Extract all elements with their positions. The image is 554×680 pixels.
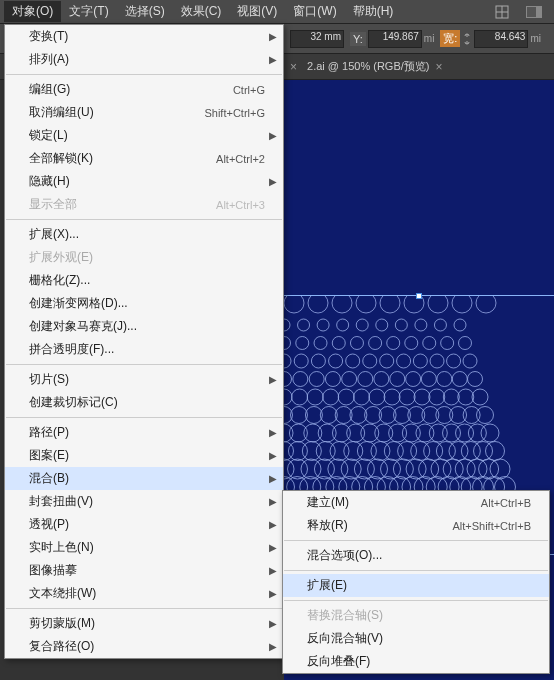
tab-close-2[interactable]: × [435, 60, 442, 74]
menuitem-label: 显示全部 [29, 196, 77, 213]
menuitem-label: 混合选项(O)... [307, 547, 382, 564]
blend-menu-item-7: 替换混合轴(S) [283, 604, 549, 627]
object-menu-item-3[interactable]: 编组(G)Ctrl+G [5, 78, 283, 101]
menu-type[interactable]: 文字(T) [61, 1, 116, 22]
object-menu-separator [6, 417, 282, 418]
object-menu-item-8: 显示全部Alt+Ctrl+3 [5, 193, 283, 216]
object-menu-item-14[interactable]: 创建对象马赛克(J)... [5, 315, 283, 338]
menuitem-shortcut: Ctrl+G [233, 84, 265, 96]
chevron-right-icon: ▶ [269, 542, 277, 553]
menuitem-label: 创建对象马赛克(J)... [29, 318, 137, 335]
menuitem-label: 替换混合轴(S) [307, 607, 383, 624]
blend-submenu: 建立(M)Alt+Ctrl+B释放(R)Alt+Shift+Ctrl+B混合选项… [282, 490, 550, 674]
object-menu-item-21[interactable]: 图案(E)▶ [5, 444, 283, 467]
y-unit: mi [424, 33, 435, 44]
menu-effect[interactable]: 效果(C) [173, 1, 230, 22]
object-menu-item-4[interactable]: 取消编组(U)Shift+Ctrl+G [5, 101, 283, 124]
menubar: 对象(O) 文字(T) 选择(S) 效果(C) 视图(V) 窗口(W) 帮助(H… [0, 0, 554, 24]
object-menu-separator [6, 219, 282, 220]
y-input[interactable]: 149.867 [368, 30, 422, 48]
object-menu-dropdown: 变换(T)▶排列(A)▶编组(G)Ctrl+G取消编组(U)Shift+Ctrl… [4, 24, 284, 659]
chevron-right-icon: ▶ [269, 519, 277, 530]
blend-menu-item-3[interactable]: 混合选项(O)... [283, 544, 549, 567]
object-menu-item-0[interactable]: 变换(T)▶ [5, 25, 283, 48]
blend-menu-item-9[interactable]: 反向堆叠(F) [283, 650, 549, 673]
document-tab[interactable]: 2.ai @ 150% (RGB/预览) × [297, 56, 452, 77]
menuitem-shortcut: Alt+Ctrl+3 [216, 199, 265, 211]
chevron-right-icon: ▶ [269, 588, 277, 599]
object-menu-item-30[interactable]: 复合路径(O)▶ [5, 635, 283, 658]
object-menu-item-5[interactable]: 锁定(L)▶ [5, 124, 283, 147]
object-menu-item-25[interactable]: 实时上色(N)▶ [5, 536, 283, 559]
object-menu-item-23[interactable]: 封套扭曲(V)▶ [5, 490, 283, 513]
layout-icon[interactable] [524, 3, 544, 21]
menuitem-label: 扩展外观(E) [29, 249, 93, 266]
chevron-right-icon: ▶ [269, 473, 277, 484]
chevron-right-icon: ▶ [269, 565, 277, 576]
object-menu-item-10[interactable]: 扩展(X)... [5, 223, 283, 246]
blend-menu-item-5[interactable]: 扩展(E) [283, 574, 549, 597]
chevron-right-icon: ▶ [269, 31, 277, 42]
object-menu-item-12[interactable]: 栅格化(Z)... [5, 269, 283, 292]
menu-object[interactable]: 对象(O) [4, 1, 61, 22]
menuitem-shortcut: Shift+Ctrl+G [204, 107, 265, 119]
svg-rect-4 [527, 7, 536, 17]
w-input[interactable]: 84.643 [474, 30, 528, 48]
object-menu-item-1[interactable]: 排列(A)▶ [5, 48, 283, 71]
menuitem-label: 实时上色(N) [29, 539, 94, 556]
menuitem-label: 拼合透明度(F)... [29, 341, 114, 358]
menu-help[interactable]: 帮助(H) [345, 1, 402, 22]
menuitem-label: 反向混合轴(V) [307, 630, 383, 647]
menuitem-label: 图案(E) [29, 447, 69, 464]
tab-close[interactable]: × [290, 60, 297, 74]
menu-select[interactable]: 选择(S) [117, 1, 173, 22]
object-menu-item-27[interactable]: 文本绕排(W)▶ [5, 582, 283, 605]
chevron-right-icon: ▶ [269, 427, 277, 438]
menuitem-label: 图像描摹 [29, 562, 77, 579]
chevron-right-icon: ▶ [269, 54, 277, 65]
menuitem-label: 隐藏(H) [29, 173, 70, 190]
object-menu-item-20[interactable]: 路径(P)▶ [5, 421, 283, 444]
w-label: 宽: [440, 30, 460, 47]
object-menu-item-22[interactable]: 混合(B)▶ [5, 467, 283, 490]
object-menu-item-18[interactable]: 创建裁切标记(C) [5, 391, 283, 414]
chevron-right-icon: ▶ [269, 130, 277, 141]
object-menu-item-13[interactable]: 创建渐变网格(D)... [5, 292, 283, 315]
handle-top-mid[interactable] [416, 293, 422, 299]
chevron-right-icon: ▶ [269, 176, 277, 187]
menuitem-label: 反向堆叠(F) [307, 653, 370, 670]
menuitem-label: 编组(G) [29, 81, 70, 98]
link-icon[interactable] [462, 30, 472, 48]
menu-window[interactable]: 窗口(W) [285, 1, 344, 22]
object-menu-item-7[interactable]: 隐藏(H)▶ [5, 170, 283, 193]
blend-menu-separator [284, 600, 548, 601]
blend-menu-item-0[interactable]: 建立(M)Alt+Ctrl+B [283, 491, 549, 514]
blend-menu-separator [284, 570, 548, 571]
menuitem-label: 路径(P) [29, 424, 69, 441]
object-menu-separator [6, 74, 282, 75]
object-menu-item-17[interactable]: 切片(S)▶ [5, 368, 283, 391]
object-menu-item-11: 扩展外观(E) [5, 246, 283, 269]
grid-icon[interactable] [492, 3, 512, 21]
blend-menu-item-8[interactable]: 反向混合轴(V) [283, 627, 549, 650]
object-menu-item-26[interactable]: 图像描摹▶ [5, 559, 283, 582]
menuitem-shortcut: Alt+Ctrl+B [481, 497, 531, 509]
menuitem-label: 锁定(L) [29, 127, 68, 144]
object-menu-separator [6, 608, 282, 609]
object-menu-item-29[interactable]: 剪切蒙版(M)▶ [5, 612, 283, 635]
menuitem-shortcut: Alt+Ctrl+2 [216, 153, 265, 165]
tab-label: 2.ai @ 150% (RGB/预览) [307, 59, 429, 74]
menu-view[interactable]: 视图(V) [229, 1, 285, 22]
menuitem-label: 封套扭曲(V) [29, 493, 93, 510]
menuitem-label: 切片(S) [29, 371, 69, 388]
chevron-right-icon: ▶ [269, 450, 277, 461]
object-menu-item-15[interactable]: 拼合透明度(F)... [5, 338, 283, 361]
object-menu-item-24[interactable]: 透视(P)▶ [5, 513, 283, 536]
menuitem-label: 扩展(X)... [29, 226, 79, 243]
menuitem-label: 创建渐变网格(D)... [29, 295, 128, 312]
field-partial[interactable]: 32 mm [290, 30, 344, 48]
object-menu-item-6[interactable]: 全部解锁(K)Alt+Ctrl+2 [5, 147, 283, 170]
blend-menu-item-1[interactable]: 释放(R)Alt+Shift+Ctrl+B [283, 514, 549, 537]
chevron-right-icon: ▶ [269, 496, 277, 507]
object-menu-separator [6, 364, 282, 365]
